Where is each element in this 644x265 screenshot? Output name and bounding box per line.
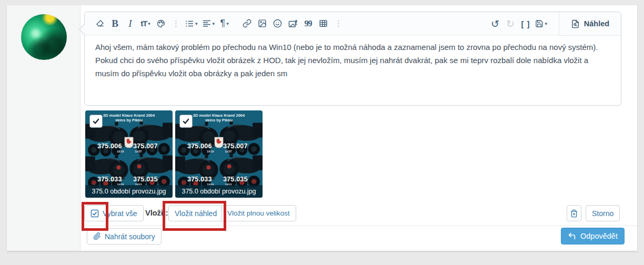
delete-attachments-button[interactable] <box>567 205 581 221</box>
insert-label: Vložit: <box>145 209 168 217</box>
select-all-label: Vybrat vše <box>103 209 137 218</box>
font-size-button[interactable]: tT ▾ <box>140 16 151 32</box>
attachment-thumbnail[interactable]: 3D model Klaus Kraml 2004 skins by Pikku… <box>175 110 263 198</box>
loco-number: 375.007 <box>223 142 248 150</box>
loco-year: 1919 <box>207 150 214 153</box>
chevron-down-icon: ▾ <box>545 21 547 26</box>
chevron-down-icon: ▾ <box>148 21 150 26</box>
loco-number: 375.033 <box>187 176 212 183</box>
page-background: B I tT ▾ ⋮ ▾ <box>0 0 644 265</box>
divider <box>80 226 637 226</box>
save-icon <box>535 19 544 28</box>
text-color-button[interactable] <box>155 16 166 32</box>
editor-toolbar: B I tT ▾ ⋮ ▾ <box>85 12 621 35</box>
loco-year: 1937 <box>135 150 142 153</box>
attachment-thumbnail[interactable]: 3D model Klaus Kraml 2004 skins by Pikku… <box>85 110 173 198</box>
paperclip-icon <box>93 232 101 240</box>
gallery-button[interactable] <box>287 16 298 32</box>
gallery-icon <box>288 19 298 28</box>
attachment-filename: 375.0 období provozu.jpg <box>85 185 173 198</box>
trash-icon <box>570 209 578 218</box>
eraser-icon <box>95 19 105 28</box>
loco-number: 375.007 <box>133 142 158 150</box>
image-icon <box>258 19 267 28</box>
upload-files-label: Nahrát soubory <box>105 232 155 241</box>
forum-reply-card: B I tT ▾ ⋮ ▾ <box>7 5 637 251</box>
smiley-icon <box>273 19 282 28</box>
redo-button[interactable]: ↻ <box>505 16 516 32</box>
checkmark-icon <box>92 117 100 125</box>
loco-number: 375.035 <box>133 176 158 183</box>
paragraph-button[interactable]: ¶ ▾ <box>219 16 230 32</box>
bullet-list-icon <box>185 19 194 28</box>
paragraph-icon: ¶ <box>220 18 225 29</box>
italic-button[interactable]: I <box>125 16 136 32</box>
attachment-filename: 375.0 období provozu.jpg <box>175 185 263 198</box>
attachment-checkbox[interactable] <box>89 115 103 128</box>
checkmark-icon <box>182 117 190 125</box>
reply-button[interactable]: Odpovědět <box>561 228 625 244</box>
remove-format-button[interactable] <box>94 16 105 32</box>
upload-files-button[interactable]: Nahrát soubory <box>87 228 162 244</box>
bbcode-button[interactable]: [ ] <box>520 16 531 32</box>
avatar[interactable] <box>21 14 67 60</box>
checkbox-checked-icon <box>90 209 99 218</box>
loco-number: 375.006 <box>97 142 122 150</box>
loco-number: 375.033 <box>97 176 122 183</box>
chevron-down-icon: ▾ <box>226 21 229 26</box>
czech-lion-emblem <box>214 137 224 148</box>
align-icon <box>202 19 212 28</box>
align-button[interactable]: ▾ <box>202 16 215 32</box>
smiley-button[interactable] <box>272 16 283 32</box>
insert-full-size-button[interactable]: Vložit plnou velikost <box>221 205 296 221</box>
quote-button[interactable]: 99 <box>303 16 314 32</box>
select-all-button[interactable]: Vybrat vše <box>84 205 144 221</box>
insert-image-button[interactable] <box>257 16 268 32</box>
chevron-down-icon: ▾ <box>195 21 198 26</box>
reply-arrow-icon <box>568 232 576 240</box>
preview-button[interactable]: Náhled <box>559 12 621 36</box>
font-size-icon: tT <box>140 19 147 28</box>
bold-button[interactable]: B <box>109 16 120 32</box>
undo-button[interactable]: ↺ <box>489 16 500 32</box>
toolbar-overflow-button[interactable]: ⋮ <box>170 16 182 32</box>
preview-icon <box>571 19 580 28</box>
message-body-input[interactable]: Ahoj všem, mám takový problém po přechod… <box>95 40 613 80</box>
reply-button-label: Odpovědět <box>580 232 618 240</box>
link-button[interactable] <box>242 16 253 32</box>
cancel-button[interactable]: Storno <box>586 205 620 221</box>
insert-thumbnail-button[interactable]: Vložit náhled <box>168 205 223 221</box>
loco-number: 375.006 <box>187 142 212 150</box>
toolbar-overflow-button-2[interactable]: ⋮ <box>333 16 344 32</box>
list-button[interactable]: ▾ <box>185 16 198 32</box>
save-draft-button[interactable]: ▾ <box>535 16 547 32</box>
table-button[interactable] <box>318 16 329 32</box>
loco-year: 1919 <box>117 150 124 153</box>
editor-panel: B I tT ▾ ⋮ ▾ <box>84 12 621 106</box>
table-icon <box>319 19 328 28</box>
loco-number: 375.035 <box>223 176 248 183</box>
link-icon <box>243 19 251 28</box>
preview-button-label: Náhled <box>584 19 609 28</box>
chevron-down-icon: ▾ <box>213 21 215 26</box>
toolbar-right-group: ↺ ↻ [ ] ▾ <box>489 12 551 35</box>
attachment-checkbox[interactable] <box>179 115 193 128</box>
czech-lion-emblem <box>124 137 134 148</box>
avatar-column <box>7 5 80 251</box>
loco-year: 1937 <box>225 150 232 153</box>
palette-icon <box>156 19 166 28</box>
